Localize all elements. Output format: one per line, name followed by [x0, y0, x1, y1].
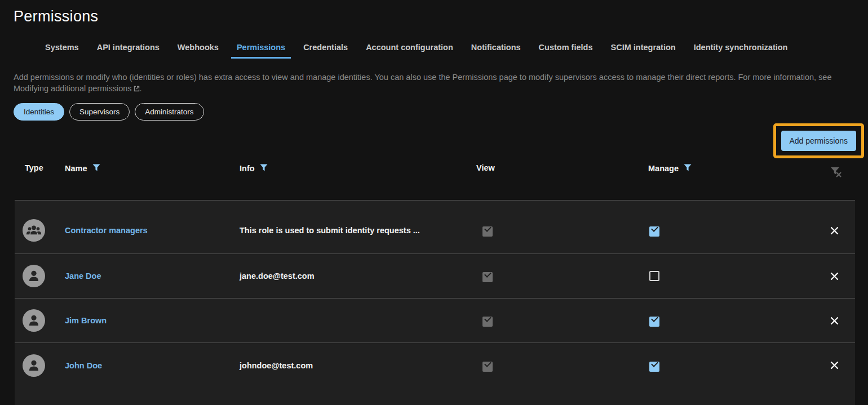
person-icon — [24, 266, 43, 286]
delete-row-button[interactable] — [830, 226, 839, 235]
view-checkbox[interactable] — [482, 317, 493, 327]
view-checkbox[interactable] — [482, 272, 493, 282]
permissions-table-body: Contractor managers This role is used to… — [15, 200, 855, 405]
row-name-link[interactable]: Jim Brown — [65, 316, 107, 325]
tab-account-configuration[interactable]: Account configuration — [360, 43, 459, 59]
table-row: John Doe johndoe@test.com — [15, 343, 855, 388]
tab-permissions[interactable]: Permissions — [231, 43, 291, 59]
column-header-type: Type — [15, 163, 65, 172]
person-icon — [24, 356, 43, 375]
filter-pill-bar: IdentitiesSupervisorsAdministrators — [14, 103, 204, 121]
filter-icon-info[interactable] — [260, 164, 268, 173]
group-icon — [24, 221, 43, 240]
page-description: Add permissions or modify who (identitie… — [14, 72, 854, 95]
manage-checkbox[interactable] — [649, 362, 659, 372]
description-text: Add permissions or modify who (identitie… — [14, 73, 832, 82]
close-icon — [830, 316, 839, 326]
external-link-icon — [134, 83, 140, 95]
table-row: Jane Doe jane.doe@test.com — [15, 254, 855, 299]
close-icon — [830, 272, 839, 281]
column-header-manage: Manage — [648, 163, 829, 173]
avatar — [23, 265, 45, 287]
filter-pill-supervisors[interactable]: Supervisors — [69, 103, 130, 121]
delete-row-button[interactable] — [830, 361, 839, 370]
tab-custom-fields[interactable]: Custom fields — [533, 43, 599, 59]
delete-row-button[interactable] — [830, 316, 839, 326]
avatar — [23, 309, 45, 332]
manage-checkbox[interactable] — [649, 226, 659, 237]
row-name-link[interactable]: Jane Doe — [65, 272, 101, 281]
column-header-view: View — [476, 163, 648, 172]
tab-credentials[interactable]: Credentials — [298, 43, 353, 59]
person-icon — [24, 311, 43, 330]
tab-systems[interactable]: Systems — [39, 43, 85, 59]
close-icon — [830, 226, 839, 235]
tab-bar: SystemsAPI integrationsWebhooksPermissio… — [39, 43, 793, 59]
modifying-permissions-link[interactable]: Modifying additional permissions — [14, 84, 140, 93]
manage-checkbox[interactable] — [649, 271, 659, 281]
delete-row-button[interactable] — [830, 272, 839, 281]
table-header: Type Name Info View Manage — [15, 163, 855, 181]
highlight-annotation: Add permissions — [773, 123, 865, 158]
tab-api-integrations[interactable]: API integrations — [91, 43, 165, 59]
close-icon — [830, 361, 839, 370]
filter-pill-administrators[interactable]: Administrators — [135, 103, 203, 121]
tab-identity-synchronization[interactable]: Identity synchronization — [688, 43, 794, 59]
avatar — [23, 219, 45, 242]
description-suffix: . — [140, 84, 142, 93]
filter-clear-icon[interactable] — [829, 164, 843, 181]
tab-scim-integration[interactable]: SCIM integration — [605, 43, 681, 59]
row-info: This role is used to submit identity req… — [240, 226, 476, 235]
avatar — [23, 354, 45, 377]
page-title: Permissions — [14, 8, 98, 25]
filter-icon-manage[interactable] — [684, 164, 692, 173]
table-row: Jim Brown — [15, 299, 855, 343]
table-row: Contractor managers This role is used to… — [15, 201, 855, 254]
column-header-info: Info — [240, 163, 476, 173]
filter-pill-identities[interactable]: Identities — [14, 103, 64, 121]
manage-checkbox[interactable] — [649, 317, 659, 327]
permissions-page: { "colors": { "accent": "#8fcbf5", "link… — [0, 0, 868, 405]
row-name-link[interactable]: John Doe — [65, 361, 102, 370]
tab-webhooks[interactable]: Webhooks — [172, 43, 224, 59]
view-checkbox[interactable] — [482, 362, 493, 372]
row-name-link[interactable]: Contractor managers — [65, 226, 148, 235]
row-info: jane.doe@test.com — [240, 272, 476, 281]
filter-icon-name[interactable] — [92, 164, 100, 173]
add-permissions-button[interactable]: Add permissions — [781, 131, 857, 151]
column-header-name: Name — [65, 163, 240, 173]
view-checkbox[interactable] — [482, 226, 493, 237]
tab-notifications[interactable]: Notifications — [466, 43, 526, 59]
row-info: johndoe@test.com — [240, 361, 476, 370]
